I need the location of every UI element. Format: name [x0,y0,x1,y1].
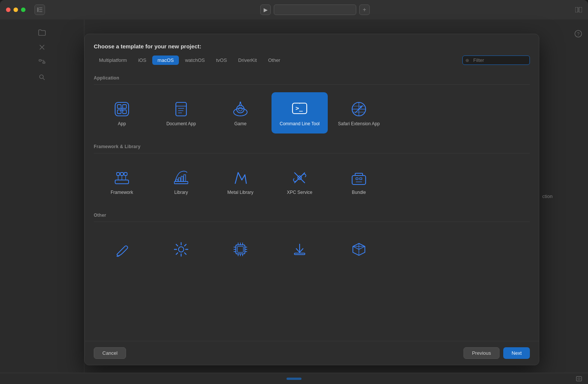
command-line-tool-icon: >_ [291,100,309,118]
svg-line-13 [43,78,45,80]
tab-multiplatform[interactable]: Multiplatform [94,56,132,65]
svg-rect-42 [124,172,127,176]
template-framework[interactable]: Framework [94,161,150,202]
metal-library-label: Metal Library [227,190,253,196]
tab-bar: Multiplatform iOS macOS watchOS tvOS Dri… [94,56,530,65]
run-button[interactable]: ▶ [260,4,271,15]
modal-header: Choose a template for your new project: … [85,34,539,71]
svg-rect-60 [237,246,243,252]
svg-rect-46 [174,182,188,184]
template-command-line-tool[interactable]: >_ Command Line Tool [272,92,328,134]
svg-rect-2 [39,9,42,10]
close-x-icon[interactable] [37,42,47,52]
other-grid [94,225,530,277]
svg-rect-41 [120,172,123,176]
template-safari-extension-app[interactable]: Safari Extension App [331,92,387,134]
document-app-icon [172,100,190,118]
other-1-icon [113,240,131,258]
minimize-button[interactable] [14,8,18,12]
svg-rect-56 [360,178,362,180]
template-other-5[interactable] [331,230,387,271]
modal-title: Choose a template for your new project: [94,43,530,50]
other-4-icon [291,240,309,258]
help-icon[interactable]: ? [574,30,582,38]
svg-rect-8 [39,60,41,61]
template-app[interactable]: A App [94,92,150,134]
folder-icon[interactable] [37,27,47,38]
tab-watchos[interactable]: watchOS [180,56,210,65]
split-view-button[interactable] [575,7,582,12]
framework-icon [113,169,131,187]
template-metal-library[interactable]: Metal Library [212,161,268,202]
modal-footer: Cancel Previous Next [85,341,539,365]
tab-tvos[interactable]: tvOS [211,56,232,65]
game-label: Game [234,121,247,127]
toolbar: ▶ + [0,0,588,20]
document-app-label: Document App [166,121,196,127]
add-button[interactable]: + [359,4,370,15]
xpc-service-icon [291,169,309,187]
template-other-2[interactable] [153,230,209,271]
filter-input-wrap: ⊕ [462,56,530,65]
metal-library-icon [231,169,249,187]
svg-rect-54 [352,176,366,184]
svg-point-23 [234,108,247,116]
safari-extension-app-label: Safari Extension App [338,121,380,127]
maximize-button[interactable] [21,8,26,12]
app-label: App [118,121,126,127]
previous-button[interactable]: Previous [464,347,500,359]
template-library[interactable]: Library [153,161,209,202]
svg-line-77 [353,246,359,249]
svg-text:>_: >_ [296,105,303,112]
other-5-icon [350,240,368,258]
svg-rect-3 [39,11,42,12]
tab-driverkit[interactable]: DriverKit [233,56,262,65]
svg-rect-5 [579,7,582,12]
next-button[interactable]: Next [503,347,530,359]
svg-rect-50 [184,175,186,182]
tab-ios[interactable]: iOS [133,56,152,65]
safari-extension-app-icon [350,100,368,118]
tab-other[interactable]: Other [263,56,286,65]
svg-point-30 [299,103,300,104]
section-application-header: Application [94,71,530,85]
template-other-3[interactable] [212,230,268,271]
svg-rect-40 [117,172,120,176]
svg-rect-49 [181,176,183,182]
template-other-4[interactable] [272,230,328,271]
status-pill [286,378,302,380]
bottom-icon [576,376,582,381]
command-line-tool-label: Command Line Tool [280,121,320,127]
template-other-1[interactable] [94,230,150,271]
close-button[interactable] [6,8,10,12]
template-game[interactable]: Game [212,92,268,134]
svg-point-12 [40,75,44,79]
search-icon[interactable] [37,72,47,82]
section-other-header: Other [94,208,530,222]
svg-rect-80 [578,378,580,380]
svg-point-24 [237,105,244,113]
hierarchy-icon[interactable] [37,57,47,68]
framework-grid: Framework Library [94,156,530,208]
template-document-app[interactable]: Document App [153,92,209,134]
svg-rect-4 [575,7,578,12]
sidebar-left [0,20,84,384]
svg-rect-1 [39,8,42,8]
template-content: Application A App [85,71,539,341]
application-grid: A App Document App [94,88,530,140]
svg-text:A: A [120,107,124,112]
filter-input[interactable] [462,56,530,65]
footer-right-buttons: Previous Next [464,347,530,359]
bundle-label: Bundle [352,190,366,196]
svg-rect-79 [576,376,582,381]
template-bundle[interactable]: Bundle [331,161,387,202]
sidebar-toggle-button[interactable] [34,4,45,15]
library-label: Library [174,190,188,196]
template-xpc-service[interactable]: XPC Service [272,161,328,202]
tab-macos[interactable]: macOS [152,56,179,65]
right-panel: ction [539,20,588,373]
cancel-button[interactable]: Cancel [94,347,126,359]
section-framework-header: Framework & Library [94,140,530,153]
other-2-icon [172,240,190,258]
svg-rect-55 [356,178,358,180]
